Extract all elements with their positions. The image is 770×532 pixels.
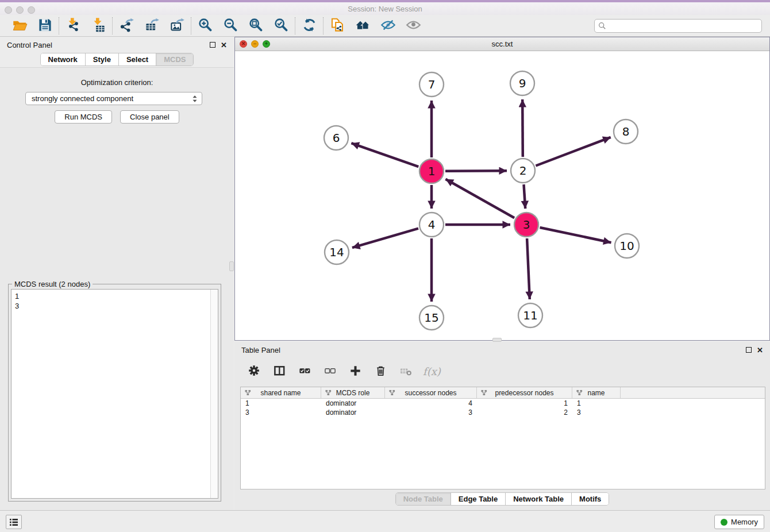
select-all-button[interactable] <box>297 364 313 380</box>
zoom-fit-button[interactable] <box>247 17 265 34</box>
memory-button[interactable]: Memory <box>714 515 764 529</box>
export-image-button[interactable] <box>168 17 186 34</box>
table-cell[interactable]: 2 <box>477 408 572 417</box>
export-table-button[interactable] <box>143 17 161 34</box>
table-cell[interactable]: dominator <box>321 408 385 417</box>
table-cell[interactable]: 3 <box>572 408 621 417</box>
table-panel-header: Table Panel ✕ <box>234 342 770 358</box>
import-table-button[interactable] <box>89 17 107 34</box>
tab-select[interactable]: Select <box>119 53 156 65</box>
table-cell[interactable]: dominator <box>321 399 385 408</box>
network-maximize-button[interactable]: + <box>263 40 270 48</box>
horizontal-splitter-handle[interactable] <box>492 338 502 342</box>
mcds-result-text[interactable]: 1 3 <box>11 289 218 499</box>
column-header-name[interactable]: name <box>572 387 621 398</box>
graph-node-label-3: 3 <box>523 218 530 232</box>
graph-edge-2-9[interactable] <box>522 99 523 157</box>
minimize-window-button[interactable] <box>16 6 24 14</box>
column-header-shared-name[interactable]: shared name <box>241 387 321 398</box>
table-cell[interactable]: 3 <box>241 408 321 417</box>
graph-edge-4-14[interactable] <box>352 229 418 248</box>
graph-edge-1-2[interactable] <box>445 171 507 171</box>
columns-icon <box>273 364 286 379</box>
close-panel-icon[interactable]: ✕ <box>221 41 227 49</box>
save-button[interactable] <box>36 17 54 34</box>
close-table-panel-icon[interactable]: ✕ <box>757 346 763 354</box>
annotation-icon <box>330 17 345 34</box>
show-graphics-eye-button[interactable] <box>404 17 422 34</box>
tab-node-table[interactable]: Node Table <box>396 493 451 505</box>
table-cell[interactable]: 3 <box>385 408 477 417</box>
graph-node-label-15: 15 <box>424 311 438 325</box>
graph-edge-1-6[interactable] <box>351 143 418 167</box>
search-input[interactable] <box>594 19 762 33</box>
network-window-titlebar: ✕ − + scc.txt <box>235 37 769 51</box>
column-header-successor-nodes[interactable]: successor nodes <box>385 387 477 398</box>
column-header-MCDS-role[interactable]: MCDS role <box>321 387 385 398</box>
tab-mcds[interactable]: MCDS <box>156 53 193 65</box>
export-network-button[interactable] <box>117 17 136 34</box>
tab-network[interactable]: Network <box>41 53 86 65</box>
float-panel-icon[interactable] <box>210 42 215 48</box>
attribute-icon <box>576 390 583 398</box>
annotation-button[interactable] <box>328 17 346 34</box>
import-network-button[interactable] <box>64 17 82 34</box>
table-cell[interactable]: 4 <box>385 399 477 408</box>
refresh-button[interactable] <box>300 17 318 34</box>
graph-edge-3-10[interactable] <box>540 228 611 242</box>
criterion-dropdown[interactable]: strongly connected component <box>25 92 202 105</box>
graph-edge-2-3[interactable] <box>524 184 526 209</box>
main-titlebar: Session: New Session <box>0 2 770 15</box>
table-panel: Table Panel ✕ f(x) shared nameMCDS roles… <box>234 342 770 510</box>
vertical-splitter-handle[interactable] <box>229 261 234 271</box>
result-scrollbar[interactable] <box>210 290 218 498</box>
maximize-window-button[interactable] <box>28 6 35 14</box>
delete-column-button[interactable] <box>372 364 388 380</box>
attribute-icon <box>325 390 332 398</box>
float-table-panel-icon[interactable] <box>746 347 752 353</box>
deselect-all-button[interactable] <box>322 364 338 380</box>
list-icon <box>9 518 19 527</box>
close-window-button[interactable] <box>5 6 12 14</box>
window-title: Session: New Session <box>348 5 422 13</box>
graph-edge-3-11[interactable] <box>527 238 530 299</box>
network-close-button[interactable]: ✕ <box>240 40 247 48</box>
open-folder-button[interactable] <box>10 17 29 34</box>
zoom-out-icon <box>223 17 238 34</box>
table-cell[interactable]: 1 <box>572 399 621 408</box>
tab-edge-table[interactable]: Edge Table <box>451 493 506 505</box>
table-row[interactable]: 1dominator411 <box>241 399 765 408</box>
style-eye-button[interactable] <box>379 17 397 34</box>
zoom-selected-button[interactable] <box>272 17 290 34</box>
home-button[interactable] <box>353 17 372 34</box>
style-eye-icon <box>380 17 396 34</box>
table-cell[interactable]: 1 <box>241 399 321 408</box>
refresh-icon <box>302 17 317 34</box>
network-canvas[interactable]: 7968124314101511 <box>235 51 769 340</box>
zoom-in-icon <box>198 17 213 34</box>
network-graph: 7968124314101511 <box>235 51 769 340</box>
graph-edge-3-1[interactable] <box>445 179 514 218</box>
network-view-window: ✕ − + scc.txt 7968124314101511 <box>234 37 770 341</box>
function-builder-button[interactable]: f(x) <box>423 365 441 377</box>
table-toolbar: f(x) <box>240 359 765 384</box>
tab-motifs[interactable]: Motifs <box>572 493 609 505</box>
table-row[interactable]: 3dominator323 <box>241 408 765 417</box>
tab-style[interactable]: Style <box>86 53 119 65</box>
network-minimize-button[interactable]: − <box>251 40 259 48</box>
close-panel-button[interactable]: Close panel <box>120 110 179 124</box>
task-history-button[interactable] <box>6 515 22 529</box>
zoom-out-button[interactable] <box>221 17 240 34</box>
column-header-predecessor-nodes[interactable]: predecessor nodes <box>477 387 572 398</box>
run-mcds-button[interactable]: Run MCDS <box>55 110 112 124</box>
tab-network-table[interactable]: Network Table <box>506 493 572 505</box>
zoom-in-button[interactable] <box>196 17 214 34</box>
control-panel-tabs: NetworkStyleSelectMCDS <box>0 53 234 67</box>
settings-button[interactable] <box>246 364 262 380</box>
add-column-button[interactable] <box>347 364 363 380</box>
delete-table-button[interactable] <box>398 364 414 380</box>
table-cell[interactable]: 1 <box>477 399 572 408</box>
export-network-icon <box>119 17 134 34</box>
graph-edge-2-8[interactable] <box>536 137 610 166</box>
columns-button[interactable] <box>271 364 287 380</box>
